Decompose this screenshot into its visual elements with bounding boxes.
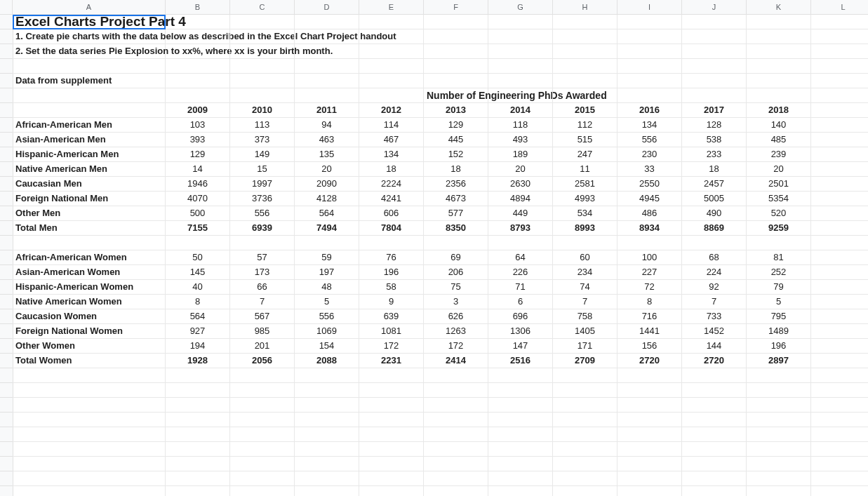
row-header[interactable] (0, 133, 13, 147)
col-header-E[interactable]: E (359, 0, 424, 15)
cell[interactable] (13, 471, 166, 486)
row-header[interactable] (0, 265, 13, 280)
data-cell[interactable]: 4993 (553, 192, 617, 206)
cell[interactable] (747, 486, 811, 496)
data-cell[interactable]: 71 (488, 280, 553, 295)
page-title[interactable]: Excel Charts Project Part 4 (13, 15, 166, 29)
data-cell[interactable]: 927 (166, 324, 230, 339)
data-cell[interactable]: 393 (166, 133, 230, 147)
col-header-H[interactable]: H (553, 0, 617, 15)
cell[interactable] (488, 59, 553, 74)
cell[interactable] (359, 471, 424, 486)
row-header[interactable] (0, 236, 13, 250)
data-cell[interactable]: 490 (682, 206, 747, 221)
row-label[interactable]: Asian-American Women (13, 265, 166, 280)
data-cell[interactable]: 7 (553, 295, 617, 309)
data-cell[interactable]: 520 (747, 206, 811, 221)
cell[interactable] (359, 44, 424, 59)
year-header[interactable]: 2016 (617, 103, 682, 118)
cell[interactable] (747, 413, 811, 427)
cell[interactable] (166, 29, 230, 44)
data-cell[interactable]: 445 (424, 133, 488, 147)
data-cell[interactable]: 58 (359, 280, 424, 295)
data-cell[interactable]: 8 (166, 295, 230, 309)
data-cell[interactable]: 2457 (682, 177, 747, 192)
data-cell[interactable]: 4128 (295, 192, 359, 206)
row-label[interactable]: Caucasian Men (13, 177, 166, 192)
cell[interactable] (553, 486, 617, 496)
data-cell[interactable]: 564 (166, 309, 230, 324)
data-cell[interactable]: 556 (617, 133, 682, 147)
cell[interactable] (811, 309, 868, 324)
data-cell[interactable]: 493 (488, 133, 553, 147)
cell[interactable] (424, 59, 488, 74)
data-cell[interactable]: 247 (553, 147, 617, 162)
data-cell[interactable]: 2897 (747, 354, 811, 368)
data-cell[interactable]: 173 (230, 265, 295, 280)
cell[interactable] (617, 368, 682, 383)
cell[interactable] (230, 15, 295, 29)
col-header-K[interactable]: K (747, 0, 811, 15)
cell[interactable] (553, 88, 617, 103)
data-cell[interactable]: 11 (553, 162, 617, 177)
cell[interactable] (488, 413, 553, 427)
cell[interactable] (682, 236, 747, 250)
data-cell[interactable]: 4241 (359, 192, 424, 206)
data-cell[interactable]: 606 (359, 206, 424, 221)
cell[interactable] (295, 29, 359, 44)
cell[interactable] (359, 442, 424, 457)
cell[interactable] (359, 368, 424, 383)
cell[interactable] (617, 44, 682, 59)
cell[interactable] (424, 236, 488, 250)
year-header[interactable]: 2009 (166, 103, 230, 118)
cell[interactable] (553, 457, 617, 471)
cell[interactable] (230, 59, 295, 74)
year-header[interactable]: 2015 (553, 103, 617, 118)
cell[interactable] (359, 486, 424, 496)
cell[interactable] (359, 398, 424, 413)
cell[interactable] (230, 29, 295, 44)
data-cell[interactable]: 2720 (617, 354, 682, 368)
data-cell[interactable]: 69 (424, 250, 488, 265)
data-cell[interactable]: 152 (424, 147, 488, 162)
row-label[interactable]: African-American Men (13, 118, 166, 133)
row-header[interactable] (0, 88, 13, 103)
cell[interactable] (811, 103, 868, 118)
data-cell[interactable]: 716 (617, 309, 682, 324)
cell[interactable] (13, 236, 166, 250)
data-cell[interactable]: 577 (424, 206, 488, 221)
data-cell[interactable]: 7 (230, 295, 295, 309)
spreadsheet-grid[interactable]: ABCDEFGHIJKLExcel Charts Project Part 41… (0, 0, 868, 496)
data-cell[interactable]: 59 (295, 250, 359, 265)
data-cell[interactable]: 4070 (166, 192, 230, 206)
data-cell[interactable]: 239 (747, 147, 811, 162)
cell[interactable] (682, 398, 747, 413)
cell[interactable] (747, 88, 811, 103)
data-cell[interactable]: 189 (488, 147, 553, 162)
data-cell[interactable]: 149 (230, 147, 295, 162)
cell[interactable] (230, 383, 295, 398)
data-cell[interactable]: 154 (295, 339, 359, 354)
cell[interactable] (553, 413, 617, 427)
cell[interactable] (424, 486, 488, 496)
data-cell[interactable]: 7155 (166, 221, 230, 236)
cell[interactable] (747, 368, 811, 383)
data-cell[interactable]: 449 (488, 206, 553, 221)
row-header[interactable] (0, 324, 13, 339)
cell[interactable] (682, 88, 747, 103)
cell[interactable] (295, 427, 359, 442)
cell[interactable] (811, 206, 868, 221)
cell[interactable] (811, 339, 868, 354)
row-header[interactable] (0, 442, 13, 457)
cell[interactable] (488, 368, 553, 383)
data-cell[interactable]: 20 (488, 162, 553, 177)
cell[interactable] (811, 118, 868, 133)
data-cell[interactable]: 795 (747, 309, 811, 324)
data-cell[interactable]: 2516 (488, 354, 553, 368)
data-cell[interactable]: 8 (617, 295, 682, 309)
row-label[interactable]: Native American Men (13, 162, 166, 177)
cell[interactable] (230, 74, 295, 88)
data-cell[interactable]: 20 (295, 162, 359, 177)
cell[interactable] (617, 74, 682, 88)
cell[interactable] (488, 398, 553, 413)
